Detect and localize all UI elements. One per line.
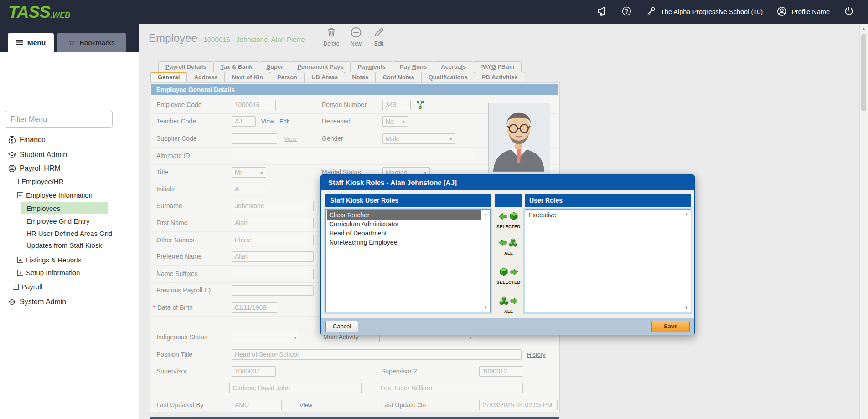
- form-row: Last Updated By AMU View Last Update On …: [151, 397, 558, 414]
- collapse-icon[interactable]: −: [17, 192, 23, 198]
- tab-pd-activities[interactable]: PD Activities: [475, 72, 525, 82]
- tab-notes[interactable]: Notes: [345, 72, 376, 82]
- role-list-item[interactable]: Non-teaching Employee: [327, 238, 481, 247]
- page-header: Employee - 1000016 - Johnstone, Alan Pie…: [149, 32, 305, 45]
- tab-ud-areas[interactable]: UD Areas: [304, 72, 345, 82]
- profile-button[interactable]: Profile Name: [776, 6, 830, 18]
- tab-person[interactable]: Person: [270, 72, 305, 82]
- help-button[interactable]: [621, 6, 632, 18]
- list-scrollbar[interactable]: ▲ ▼: [482, 210, 489, 311]
- sidebar-item-system-admin[interactable]: System Admin: [0, 295, 139, 309]
- sidebar-item-employee-hr[interactable]: − Employee/HR: [0, 174, 139, 188]
- initials-field: A: [232, 184, 265, 194]
- announcements-button[interactable]: [596, 6, 608, 18]
- tab-general[interactable]: General: [150, 72, 187, 82]
- tab-accruals[interactable]: Accruals: [434, 61, 473, 72]
- role-list-item[interactable]: Executive: [526, 210, 682, 220]
- role-list-item[interactable]: Class Teacher: [327, 210, 481, 220]
- date-of-birth-field: 01/11/1968: [232, 302, 277, 313]
- role-list-item[interactable]: Head of Department: [327, 229, 481, 238]
- sidebar-item-employee-grid-entry[interactable]: Employee Grid Entry: [0, 214, 139, 228]
- supervisor-field: 1000007: [232, 366, 276, 377]
- tab-pay-runs[interactable]: Pay Runs: [393, 61, 434, 72]
- scroll-up-icon[interactable]: ▲: [482, 211, 489, 217]
- transfer-buttons: SELECTED ALL SELECTED: [495, 209, 522, 312]
- sidebar-item-listings-reports[interactable]: + Listings & Reports: [0, 253, 139, 266]
- school-session-button[interactable]: The Alpha Progressive School (10): [646, 6, 763, 18]
- move-selected-left-button[interactable]: SELECTED: [495, 211, 522, 229]
- delete-button[interactable]: Delete: [321, 26, 342, 47]
- topbar-actions: The Alpha Progressive School (10) Profil…: [596, 0, 854, 24]
- expand-icon[interactable]: +: [17, 257, 23, 263]
- page-scrollbar[interactable]: ▲: [859, 24, 868, 419]
- teacher-code-field: AJ: [232, 116, 256, 127]
- sidebar-item-employee-information[interactable]: − Employee Information: [0, 188, 139, 202]
- required-mark: *: [153, 299, 155, 316]
- sidebar-item-updates-from-staff-kiosk[interactable]: Updates from Staff Kiosk: [0, 238, 139, 252]
- new-button[interactable]: New: [347, 26, 365, 47]
- star-icon: ☆: [68, 38, 75, 47]
- user-roles-list[interactable]: Executive ▲ ▼: [525, 209, 691, 312]
- collapse-icon[interactable]: −: [13, 179, 19, 184]
- move-all-left-button[interactable]: ALL: [495, 237, 522, 255]
- last-update-on-field: 27/03/2025 04:02:05 PM: [479, 400, 558, 410]
- help-icon: [621, 6, 632, 18]
- dialog-footer: Cancel Save: [321, 318, 694, 335]
- expand-icon[interactable]: +: [13, 284, 19, 290]
- sidebar-item-employees[interactable]: Employees: [0, 201, 139, 215]
- sidebar-item-setup-information[interactable]: + Setup Information: [0, 266, 139, 279]
- edit-button[interactable]: Edit: [370, 26, 388, 47]
- tab-super[interactable]: Super: [259, 61, 290, 72]
- bookmarks-tab[interactable]: ☆ Bookmarks: [57, 33, 126, 52]
- tab-payroll-details[interactable]: Payroll Details: [158, 61, 214, 72]
- other-names-field: Pierre: [232, 235, 314, 245]
- cube-arrow-right-icon: [499, 266, 519, 279]
- school-session-label: The Alpha Progressive School (10): [661, 8, 763, 15]
- tab-permanent-pays[interactable]: Permanent Pays: [290, 61, 351, 72]
- save-button[interactable]: Save: [651, 321, 690, 332]
- tab-payg-psum[interactable]: PAYG PSum: [473, 61, 522, 72]
- list-scrollbar[interactable]: ▲ ▼: [683, 210, 690, 311]
- filter-menu-input[interactable]: [5, 111, 113, 128]
- role-list-item[interactable]: Curriculum Administrator: [327, 220, 481, 229]
- logout-button[interactable]: [843, 6, 854, 18]
- tab-tax-bank[interactable]: Tax & Bank: [213, 61, 260, 72]
- sidebar-item-payroll-hrm[interactable]: Payroll HRM: [0, 162, 139, 175]
- teacher-code-edit-link[interactable]: Edit: [279, 113, 289, 130]
- cancel-button[interactable]: Cancel: [326, 321, 358, 332]
- arrow-left-cube-icon: [499, 211, 519, 224]
- teacher-code-view-link[interactable]: View: [261, 113, 274, 130]
- sidebar-item-finance[interactable]: Finance: [0, 133, 139, 147]
- scroll-down-icon[interactable]: ▼: [482, 305, 489, 310]
- last-updated-by-view-link[interactable]: View: [300, 397, 312, 414]
- staff-kiosk-user-roles-list[interactable]: Class Teacher Curriculum Administrator H…: [326, 209, 491, 312]
- position-title-field: Head of Senior School: [232, 349, 522, 360]
- hamburger-icon: [16, 39, 23, 47]
- tab-next-of-kin[interactable]: Next of Kin: [224, 72, 270, 82]
- dialog-title: Staff Kiosk Roles - Alan Johnstone [AJ]: [321, 175, 694, 190]
- graduation-cap-icon: [8, 151, 16, 159]
- tab-qualifications[interactable]: Qualifications: [421, 72, 475, 82]
- org-tree-icon[interactable]: [415, 100, 425, 112]
- position-title-history-link[interactable]: History: [527, 346, 545, 363]
- scrollbar-thumb[interactable]: [861, 34, 866, 111]
- tab-payments[interactable]: Payments: [350, 61, 393, 72]
- scroll-up-icon[interactable]: ▲: [860, 26, 868, 32]
- tab-address[interactable]: Address: [186, 72, 225, 82]
- scroll-down-icon[interactable]: ▼: [683, 305, 690, 310]
- previous-payroll-id-field: [232, 285, 314, 296]
- tass-web-logo[interactable]: TASS.WEB: [8, 4, 70, 24]
- sidebar-item-student-admin[interactable]: Student Admin: [0, 148, 139, 162]
- section-header: Employee General Details: [151, 84, 558, 95]
- gender-select: Male: [382, 133, 455, 144]
- last-updated-by-field: AMU: [232, 400, 282, 410]
- menu-tab[interactable]: Menu: [8, 33, 54, 52]
- sidebar-item-payroll[interactable]: + Payroll: [0, 280, 139, 293]
- expand-icon[interactable]: +: [17, 270, 23, 276]
- money-bag-icon: [8, 136, 16, 144]
- move-all-right-button[interactable]: ALL: [495, 296, 522, 314]
- scroll-up-icon[interactable]: ▲: [683, 211, 690, 217]
- tab-conf-notes[interactable]: Conf Notes: [375, 72, 421, 82]
- megaphone-icon: [596, 6, 608, 18]
- move-selected-right-button[interactable]: SELECTED: [495, 266, 522, 285]
